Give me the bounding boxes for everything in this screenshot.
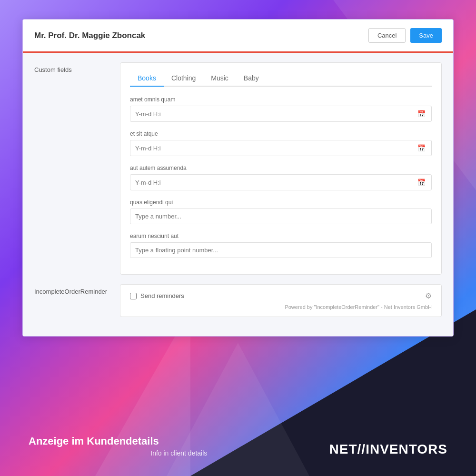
reminder-section: IncompleteOrderReminder Send reminders ⚙… [34,284,442,317]
field-label-5: earum nesciunt aut [130,233,432,239]
field-input-wrap-2: 📅 [130,140,432,156]
header-buttons: Cancel Save [368,28,442,43]
send-reminders-label: Send reminders [140,292,184,299]
promo-area: Anzeige im Kundendetails Info in client … [0,362,476,476]
tab-books[interactable]: Books [130,70,164,87]
field-aut-autem-assumenda: aut autem assumenda 📅 [130,165,432,190]
reminder-header: Send reminders ⚙ [130,291,432,300]
promo-title: Anzeige im Kundendetails [29,435,329,447]
card-body: Custom fields Books Clothing Music Baby … [23,53,453,336]
field-label-4: quas eligendi qui [130,199,432,206]
tab-music[interactable]: Music [203,70,236,87]
promo-left: Anzeige im Kundendetails Info in client … [29,435,329,457]
calendar-icon-3[interactable]: 📅 [412,175,431,190]
custom-fields-content: Books Clothing Music Baby amet omnis qua… [120,62,442,275]
send-reminders-checkbox[interactable] [130,293,137,299]
card-title: Mr. Prof. Dr. Maggie Zboncak [34,31,145,40]
card-header: Mr. Prof. Dr. Maggie Zboncak Cancel Save [23,20,453,53]
main-card: Mr. Prof. Dr. Maggie Zboncak Cancel Save… [22,19,454,337]
calendar-icon-2[interactable]: 📅 [412,140,431,156]
reminder-content: Send reminders ⚙ Powered by "IncompleteO… [120,284,442,317]
field-quas-eligendi-qui: quas eligendi qui [130,199,432,224]
field-amet-omnis-quam: amet omnis quam 📅 [130,96,432,122]
reminder-footer: Powered by "IncompleteOrderReminder" - N… [130,304,432,310]
datetime-input-3[interactable] [130,175,412,190]
tab-baby[interactable]: Baby [236,70,267,87]
cancel-button[interactable]: Cancel [368,28,406,43]
field-input-wrap-3: 📅 [130,174,432,190]
reminder-section-label: IncompleteOrderReminder [34,284,110,317]
reminder-check-row: Send reminders [130,292,184,299]
datetime-input-2[interactable] [130,141,412,156]
field-earum-nesciunt-aut: earum nesciunt aut [130,233,432,258]
category-tabs: Books Clothing Music Baby [130,70,432,87]
field-input-wrap-1: 📅 [130,106,432,122]
field-label-3: aut autem assumenda [130,165,432,171]
brand-logo: NET//INVENTORS [329,442,447,457]
field-et-sit-atque: et sit atque 📅 [130,130,432,156]
save-button[interactable]: Save [410,28,442,43]
number-input[interactable] [130,208,432,224]
calendar-icon-1[interactable]: 📅 [412,106,431,121]
custom-fields-section: Custom fields Books Clothing Music Baby … [34,62,442,275]
gear-icon[interactable]: ⚙ [425,291,432,300]
tab-clothing[interactable]: Clothing [164,70,203,87]
field-label-1: amet omnis quam [130,96,432,103]
datetime-input-1[interactable] [130,107,412,121]
promo-subtitle: Info in client details [29,449,329,457]
custom-fields-label: Custom fields [34,62,110,275]
field-label-2: et sit atque [130,130,432,137]
float-input[interactable] [130,242,432,258]
promo-right: NET//INVENTORS [329,442,447,457]
